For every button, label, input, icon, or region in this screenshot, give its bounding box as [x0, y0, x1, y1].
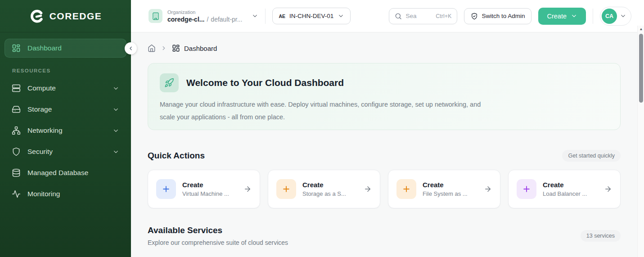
server-icon: [12, 84, 21, 93]
create-button[interactable]: Create: [538, 8, 586, 25]
quick-action-card-virtual-machine[interactable]: Create Virtual Machine ...: [148, 170, 260, 208]
sidebar-item-label: Compute: [27, 84, 56, 92]
app-window: COREDGE Dashboard RESOURCES Compute: [0, 0, 644, 257]
sidebar-item-label: Monitoring: [27, 190, 60, 198]
organization-label: Organization: [167, 9, 242, 15]
database-icon: [12, 168, 21, 177]
quick-actions-title: Quick Actions: [148, 151, 205, 161]
sidebar-item-label: Networking: [27, 126, 63, 135]
search-shortcut: Ctrl+K: [436, 13, 451, 19]
topbar-divider: [593, 9, 593, 24]
organization-selector[interactable]: Organization coredge-cl... / default-pr.…: [149, 9, 258, 23]
scrollbar-thumb[interactable]: [639, 34, 643, 103]
shield-check-icon: [471, 13, 478, 20]
breadcrumb-current[interactable]: Dashboard: [172, 44, 217, 52]
home-icon[interactable]: [148, 44, 156, 52]
organization-separator: /: [207, 16, 208, 23]
switch-to-admin-label: Switch to Admin: [482, 13, 525, 19]
chevron-down-icon: [113, 127, 119, 134]
sidebar-item-label: Managed Database: [27, 169, 88, 177]
plus-icon: [517, 179, 536, 199]
card-subtitle: Load Balancer ...: [543, 190, 598, 197]
search-icon: [395, 13, 402, 20]
topbar: Organization coredge-cl... / default-pr.…: [131, 0, 644, 32]
card-title: Create: [423, 181, 477, 189]
sidebar-item-label: Security: [27, 148, 53, 156]
sidebar-section-resources: RESOURCES: [5, 60, 126, 79]
card-subtitle: File System as ...: [423, 190, 477, 197]
arrow-right-icon: [243, 185, 252, 193]
region-selector[interactable]: AE IN-CHN-DEV-01: [272, 8, 351, 24]
sidebar-item-networking[interactable]: Networking: [5, 121, 126, 140]
card-subtitle: Storage as a S...: [302, 190, 357, 197]
plus-icon: [396, 179, 416, 199]
switch-to-admin-button[interactable]: Switch to Admin: [464, 8, 531, 24]
services-count-badge: 13 services: [581, 230, 621, 242]
brand-logo[interactable]: COREDGE: [0, 0, 131, 32]
region-name: IN-CHN-DEV-01: [289, 13, 333, 19]
arrow-right-icon: [364, 185, 372, 193]
user-menu[interactable]: CA: [600, 7, 631, 26]
chevron-down-icon: [620, 13, 626, 19]
network-icon: [12, 126, 21, 135]
chevron-down-icon: [338, 13, 344, 19]
topbar-divider: [265, 9, 266, 24]
sidebar-item-label: Dashboard: [27, 44, 62, 52]
chevron-down-icon: [252, 13, 258, 19]
sidebar-item-security[interactable]: Security: [5, 142, 126, 161]
dashboard-grid-icon: [12, 44, 21, 53]
coredge-logo-icon: [29, 9, 45, 24]
welcome-description: Manage your cloud infrastructure with ea…: [160, 98, 495, 123]
quick-action-card-load-balancer[interactable]: Create Load Balancer ...: [508, 170, 621, 208]
sidebar-nav: Dashboard RESOURCES Compute Storage: [0, 32, 131, 206]
breadcrumb: Dashboard: [148, 42, 621, 54]
sidebar-collapse-button[interactable]: [125, 42, 137, 54]
card-title: Create: [182, 181, 237, 189]
welcome-banner: Welcome to Your Cloud Dashboard Manage y…: [148, 63, 621, 130]
quick-actions-header: Quick Actions Get started quickly: [148, 150, 621, 162]
sidebar-item-monitoring[interactable]: Monitoring: [5, 185, 126, 203]
quick-action-card-file-system[interactable]: Create File System as ...: [388, 170, 500, 208]
quick-action-card-storage[interactable]: Create Storage as a S...: [268, 170, 380, 208]
card-title: Create: [543, 181, 598, 189]
create-label: Create: [547, 13, 567, 20]
organization-name: coredge-cl...: [167, 16, 204, 23]
card-title: Create: [302, 181, 357, 189]
available-services-subtitle: Explore our comprehensive suite of cloud…: [148, 239, 288, 246]
project-name: default-pr...: [211, 16, 242, 23]
activity-pulse-icon: [12, 189, 21, 198]
chevron-down-icon: [113, 149, 119, 155]
quick-actions-cards: Create Virtual Machine ... Create Storag…: [148, 170, 621, 208]
welcome-title: Welcome to Your Cloud Dashboard: [186, 77, 344, 88]
sidebar-item-managed-database[interactable]: Managed Database: [5, 163, 126, 182]
hard-drive-icon: [12, 105, 21, 114]
brand-name: COREDGE: [50, 11, 102, 22]
arrow-right-icon: [604, 185, 612, 193]
sidebar-item-dashboard[interactable]: Dashboard: [5, 39, 126, 58]
region-code: AE: [279, 14, 285, 19]
building-icon: [149, 9, 162, 23]
sidebar-item-compute[interactable]: Compute: [5, 79, 126, 98]
search-input[interactable]: [405, 13, 424, 19]
card-subtitle: Virtual Machine ...: [182, 190, 237, 197]
avatar: CA: [602, 9, 617, 24]
quick-actions-badge: Get started quickly: [562, 150, 621, 162]
sidebar: COREDGE Dashboard RESOURCES Compute: [0, 0, 131, 257]
chevron-down-icon: [113, 85, 119, 92]
scrollbar-up-arrow[interactable]: ▲: [638, 26, 644, 32]
dashboard-grid-icon: [172, 44, 180, 52]
breadcrumb-page-label: Dashboard: [184, 45, 217, 52]
shield-icon: [12, 147, 21, 156]
available-services-title: Available Services: [148, 225, 288, 235]
content-area: Dashboard Welcome to Your Cloud Dashboar…: [131, 32, 644, 257]
search-box[interactable]: Ctrl+K: [389, 8, 457, 24]
scrollbar-track[interactable]: ▲: [637, 26, 644, 257]
chevron-down-icon: [571, 13, 577, 19]
chevron-down-icon: [113, 106, 119, 113]
chevron-right-icon: [161, 45, 167, 51]
sidebar-item-storage[interactable]: Storage: [5, 100, 126, 119]
plus-icon: [156, 179, 176, 199]
rocket-icon: [160, 73, 179, 92]
sidebar-item-label: Storage: [27, 105, 52, 113]
arrow-right-icon: [484, 185, 492, 193]
